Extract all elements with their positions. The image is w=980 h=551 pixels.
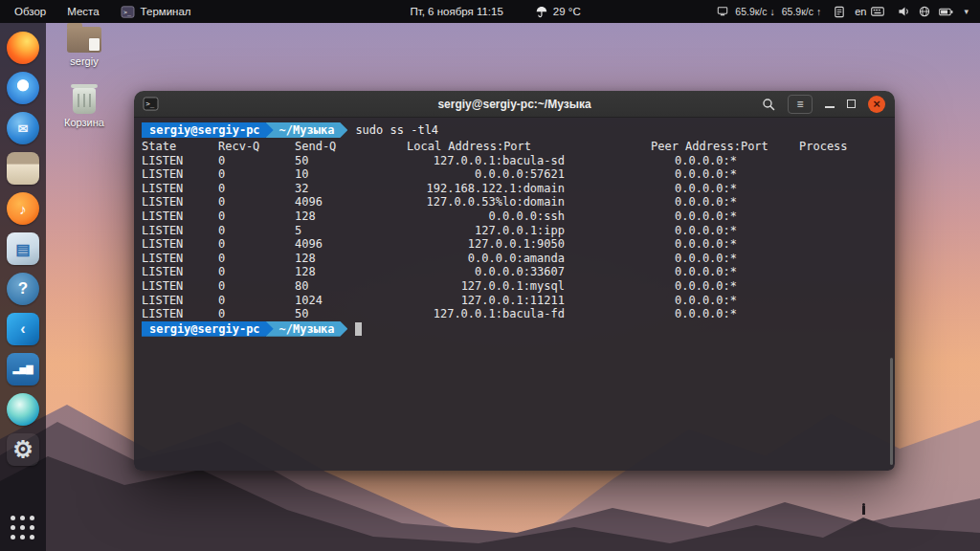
cell-peer: 0.0.0.0:* (651, 195, 799, 209)
cell-recvq: 0 (218, 195, 295, 209)
typed-command: sudo ss -tl4 (355, 123, 438, 137)
ss-table-row: LISTEN01280.0.0.0:ssh0.0.0.0:* (142, 209, 895, 224)
system-status-area[interactable]: ▾ (894, 0, 974, 23)
focused-app-menu[interactable]: >_ Терминал (112, 0, 200, 23)
prompt-cwd: ~/Музыка (266, 321, 348, 337)
system-monitor-icon: ▂▅▇ (7, 353, 39, 386)
show-apps-button[interactable] (7, 512, 39, 544)
terminal-scrollbar[interactable] (890, 358, 893, 465)
dock-item-chromium-browser[interactable] (3, 68, 43, 108)
svg-text:>_: >_ (123, 8, 131, 15)
terminal-titlebar[interactable]: >_ sergiy@sergiy-pc:~/Музыка ≡ × (134, 91, 895, 118)
cell-state: LISTEN (142, 279, 218, 294)
net-speed-up[interactable]: 65.9к/с ↑ (782, 6, 821, 17)
cell-sendq: 32 (295, 182, 407, 196)
cell-peer: 0.0.0.0:* (651, 237, 799, 252)
keyboard-layout-label: en (855, 6, 866, 17)
clipboard-icon[interactable] (834, 6, 845, 18)
weather-indicator[interactable]: 29 °C (532, 0, 585, 23)
cell-recvq: 0 (218, 154, 295, 168)
col-header-process: Process (799, 140, 895, 154)
cell-state: LISTEN (142, 265, 218, 279)
ss-table-row: LISTEN04096127.0.0.53%lo:domain0.0.0.0:* (142, 195, 895, 209)
cell-sendq: 4096 (295, 237, 407, 252)
cell-local: 127.0.0.1:mysql (407, 279, 565, 294)
cell-recvq: 0 (218, 265, 295, 279)
focused-app-label: Терминал (141, 6, 191, 17)
activities-label: Обзор (14, 6, 46, 17)
rhythmbox-icon: ♪ (7, 192, 39, 225)
dock-item-help[interactable]: ? (3, 269, 43, 309)
net-down-value: 65.9к/с (735, 6, 767, 17)
desktop-icon-trash[interactable]: Корзина (56, 88, 113, 128)
dock-item-system-monitor[interactable]: ▂▅▇ (3, 349, 43, 389)
cell-peer: 0.0.0.0:* (651, 294, 799, 308)
maximize-button[interactable] (847, 99, 856, 108)
files-icon (7, 152, 39, 185)
cell-local: 127.0.0.1:bacula-sd (407, 154, 565, 168)
net-monitor-icon (717, 6, 728, 17)
desktop-icon-label: Корзина (56, 117, 113, 128)
dock-item-vscode[interactable]: ‹ (3, 309, 43, 349)
ss-table-row: LISTEN0100.0.0.0:576210.0.0.0:* (142, 167, 895, 182)
hiker-figure (862, 506, 865, 515)
thunderbird-icon: ✉ (7, 112, 39, 144)
cell-sendq: 4096 (295, 195, 407, 209)
vscode-icon: ‹ (7, 313, 39, 345)
cell-state: LISTEN (142, 237, 218, 252)
keyboard-layout-indicator[interactable]: en (852, 0, 887, 23)
ss-table-header: State Recv-Q Send-Q Local Address:Port P… (142, 140, 895, 154)
trash-icon (73, 88, 96, 114)
cell-peer: 0.0.0.0:* (651, 265, 799, 279)
dock-item-globe-app[interactable] (3, 389, 43, 430)
ss-table-row: LISTEN01280.0.0.0:amanda0.0.0.0:* (142, 252, 895, 266)
col-header-peer: Peer Address:Port (651, 140, 799, 154)
dock-item-settings-gear[interactable]: ⚙ (3, 430, 43, 470)
cell-state: LISTEN (142, 252, 218, 266)
svg-text:>_: >_ (145, 99, 155, 108)
cell-recvq: 0 (218, 182, 295, 196)
cell-recvq: 0 (218, 209, 295, 224)
cell-state: LISTEN (142, 195, 218, 209)
firefox-icon (7, 32, 39, 64)
terminal-window-icon: >_ (143, 97, 159, 111)
desktop-icon-label: sergiy (56, 55, 113, 67)
cell-sendq: 80 (295, 279, 407, 294)
activities-button[interactable]: Обзор (6, 0, 55, 23)
places-label: Места (67, 6, 99, 17)
dock-item-thunderbird[interactable]: ✉ (3, 108, 43, 148)
cell-state: LISTEN (142, 307, 218, 321)
prompt-line-command: sergiy@sergiy-pc ~/Музыка sudo ss -tl4 (142, 122, 895, 138)
cell-sendq: 128 (295, 209, 407, 224)
cell-peer: 0.0.0.0:* (651, 252, 799, 266)
ss-table-row: LISTEN01280.0.0.0:336070.0.0.0:* (142, 265, 895, 279)
prompt-cwd: ~/Музыка (266, 122, 348, 138)
prompt-user-host: sergiy@sergiy-pc (142, 122, 274, 138)
clock-button[interactable]: Пт, 6 ноября 11:15 (406, 0, 506, 23)
cell-local: 192.168.122.1:domain (407, 182, 565, 196)
col-header-sendq: Send-Q (295, 140, 407, 154)
cell-local: 127.0.0.1:11211 (407, 294, 565, 308)
col-header-local: Local Address:Port (407, 140, 565, 154)
terminal-content[interactable]: sergiy@sergiy-pc ~/Музыка sudo ss -tl4 S… (134, 118, 895, 471)
close-button[interactable]: × (868, 96, 885, 113)
net-speed-down[interactable]: 65.9к/с ↓ (735, 6, 774, 17)
arrow-down-icon: ↓ (770, 6, 775, 17)
places-menu[interactable]: Места (58, 0, 107, 23)
dock-item-files[interactable] (3, 148, 43, 188)
search-button[interactable] (762, 98, 775, 111)
dock-item-rhythmbox[interactable]: ♪ (3, 188, 43, 229)
ss-table-row: LISTEN080127.0.0.1:mysql0.0.0.0:* (142, 279, 895, 294)
battery-icon (939, 8, 953, 16)
ss-table-row: LISTEN032192.168.122.1:domain0.0.0.0:* (142, 182, 895, 196)
minimize-button[interactable] (825, 99, 835, 108)
cell-state: LISTEN (142, 167, 218, 182)
window-controls: ≡ × (762, 95, 895, 114)
menu-button[interactable]: ≡ (788, 95, 813, 114)
dock-item-libreoffice-writer[interactable]: ▤ (3, 229, 43, 269)
desktop-icon-home-folder[interactable]: sergiy (56, 27, 113, 67)
cell-sendq: 10 (295, 167, 407, 182)
dock-item-firefox[interactable] (3, 28, 43, 68)
cell-peer: 0.0.0.0:* (651, 167, 799, 182)
cell-peer: 0.0.0.0:* (651, 279, 799, 294)
